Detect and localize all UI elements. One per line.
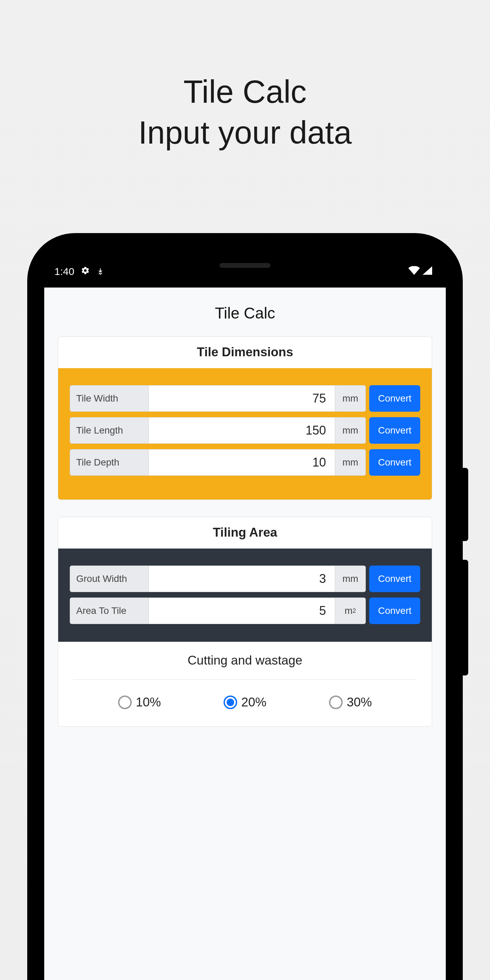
tile-dimensions-card: Tile Dimensions Tile Width mm Convert Ti… <box>58 337 432 500</box>
status-time: 1:40 <box>54 266 74 277</box>
wastage-option-label: 10% <box>136 695 161 710</box>
wastage-title: Cutting and wastage <box>73 653 417 679</box>
wastage-option-30[interactable]: 30% <box>329 695 372 710</box>
tile-width-input[interactable] <box>149 385 335 412</box>
area-to-tile-input[interactable] <box>149 598 335 624</box>
tile-dimensions-panel: Tile Width mm Convert Tile Length mm Con… <box>58 368 432 500</box>
signal-icon <box>423 266 432 277</box>
wastage-section: Cutting and wastage 10% 20% 30% <box>58 642 432 727</box>
tile-dimensions-title: Tile Dimensions <box>58 337 432 368</box>
tile-width-convert-button[interactable]: Convert <box>369 385 420 412</box>
grout-width-row: Grout Width mm Convert <box>70 566 420 592</box>
tile-length-label: Tile Length <box>70 417 149 444</box>
area-to-tile-convert-button[interactable]: Convert <box>369 598 420 624</box>
wastage-option-10[interactable]: 10% <box>118 695 161 710</box>
grout-width-convert-button[interactable]: Convert <box>369 566 420 592</box>
radio-icon <box>329 695 343 709</box>
tile-width-row: Tile Width mm Convert <box>70 385 420 412</box>
promo-heading: Tile Calc Input your data <box>0 0 490 153</box>
tile-width-label: Tile Width <box>70 385 149 412</box>
radio-icon <box>118 695 132 709</box>
wastage-option-20[interactable]: 20% <box>224 695 266 710</box>
tiling-area-panel: Grout Width mm Convert Area To Tile m2 C… <box>58 549 432 642</box>
promo-heading-line2: Input your data <box>138 115 352 150</box>
tile-depth-input[interactable] <box>149 449 335 476</box>
app-screen: Tile Calc Tile Dimensions Tile Width mm … <box>44 288 446 980</box>
app-title: Tile Calc <box>44 288 446 337</box>
wastage-options: 10% 20% 30% <box>73 695 417 710</box>
wifi-icon <box>408 266 420 277</box>
area-to-tile-row: Area To Tile m2 Convert <box>70 598 420 624</box>
tiling-area-title: Tiling Area <box>58 517 432 549</box>
promo-heading-line1: Tile Calc <box>183 74 307 110</box>
area-to-tile-unit: m2 <box>335 598 366 624</box>
tile-depth-convert-button[interactable]: Convert <box>369 449 420 476</box>
tile-length-row: Tile Length mm Convert <box>70 417 420 444</box>
wastage-option-label: 30% <box>347 695 372 710</box>
grout-width-input[interactable] <box>149 566 335 592</box>
area-to-tile-label: Area To Tile <box>70 598 149 624</box>
status-bar: 1:40 <box>44 255 446 288</box>
grout-width-unit: mm <box>335 566 366 592</box>
tile-length-input[interactable] <box>149 417 335 444</box>
phone-side-button <box>463 468 468 541</box>
tile-length-unit: mm <box>335 417 366 444</box>
gear-icon <box>81 266 90 277</box>
tile-depth-label: Tile Depth <box>70 449 149 476</box>
download-icon <box>97 266 104 277</box>
phone-frame: 1:40 Tile Calc Tile Dimensions Tile Widt… <box>27 233 463 980</box>
tiling-area-card: Tiling Area Grout Width mm Convert Area … <box>58 517 432 727</box>
tile-length-convert-button[interactable]: Convert <box>369 417 420 444</box>
tile-width-unit: mm <box>335 385 366 412</box>
grout-width-label: Grout Width <box>70 566 149 592</box>
tile-depth-unit: mm <box>335 449 366 476</box>
wastage-option-label: 20% <box>241 695 266 710</box>
phone-side-button <box>463 560 468 675</box>
phone-notch <box>220 263 270 268</box>
radio-selected-icon <box>224 695 237 709</box>
tile-depth-row: Tile Depth mm Convert <box>70 449 420 476</box>
